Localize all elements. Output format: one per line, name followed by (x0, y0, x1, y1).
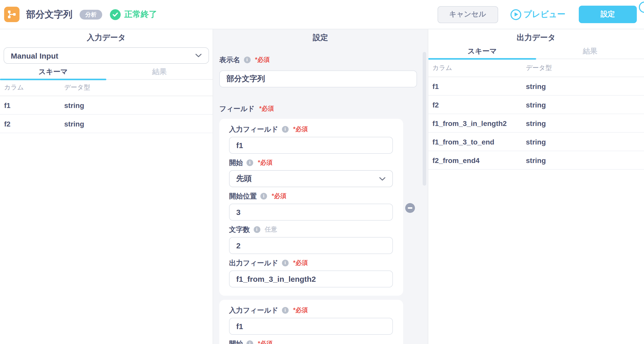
status-text: 正常終了 (124, 9, 157, 20)
cell-column-name: f1 (0, 101, 64, 109)
settings-panel: 設定 表示名 i *必須 フィールド *必須 入力フィールド i (213, 29, 428, 344)
preview-label: プレビュー (524, 9, 565, 20)
input-field-label: 入力フィールド (229, 306, 278, 315)
tab-schema-output[interactable]: スキーマ (428, 45, 536, 59)
input-tabs: スキーマ 結果 (0, 66, 213, 80)
tab-schema-input[interactable]: スキーマ (0, 66, 106, 79)
table-row: f1 string (0, 96, 213, 115)
output-data-panel: 出力データ スキーマ 結果 カラム データ型 f1 string f2 stri… (428, 29, 644, 344)
check-icon (110, 9, 121, 20)
active-tab-indicator (0, 79, 106, 80)
output-panel-title: 出力データ (428, 29, 644, 42)
settings-button[interactable]: 設定 (579, 6, 637, 23)
info-icon[interactable]: i (253, 226, 260, 233)
input-field-label-row: 入力フィールド i *必須 (229, 306, 393, 315)
field-card-1: 入力フィールド i *必須 開始 i *必須 先頭 (219, 119, 403, 296)
cell-column-name: f2 (0, 120, 64, 128)
cancel-button[interactable]: キャンセル (437, 6, 498, 23)
display-name-label: 表示名 (219, 55, 240, 65)
settings-panel-title: 設定 (213, 29, 428, 42)
minus-icon (408, 207, 412, 209)
help-fab-partial[interactable] (639, 2, 644, 13)
tab-result-input[interactable]: 結果 (106, 66, 213, 79)
analysis-badge: 分析 (80, 10, 102, 19)
output-tabs: スキーマ 結果 (428, 45, 644, 59)
required-mark: *必須 (258, 339, 272, 344)
start-select[interactable]: 先頭 (229, 170, 393, 187)
required-mark: *必須 (293, 125, 308, 134)
char-count-input[interactable] (229, 237, 393, 254)
cell-column-type: string (526, 156, 644, 164)
cell-column-name: f1_from_3_in_length2 (428, 119, 526, 127)
active-tab-indicator (428, 58, 536, 60)
start-pos-input[interactable] (229, 204, 393, 221)
info-icon[interactable]: i (282, 126, 289, 133)
remove-field-button[interactable] (405, 203, 415, 213)
display-name-label-row: 表示名 i *必須 (219, 56, 417, 64)
cell-column-type: string (526, 82, 644, 90)
tab-result-output[interactable]: 結果 (536, 45, 644, 59)
cell-column-name: f1 (428, 82, 526, 90)
settings-form: 表示名 i *必須 フィールド *必須 入力フィールド i *必須 (213, 56, 428, 344)
cell-column-type: string (64, 101, 213, 109)
cell-column-type: string (64, 120, 213, 128)
start-label: 開始 (229, 158, 243, 167)
input-field-input[interactable] (229, 318, 393, 335)
field-card-2: 入力フィールド i *必須 開始 i *必須 (219, 300, 403, 344)
main-area: 入力データ Manual Input スキーマ 結果 カラム データ型 f1 s… (0, 29, 644, 344)
top-bar: 部分文字列 分析 正常終了 キャンセル プレビュー 設定 (0, 0, 644, 29)
cell-column-name: f2 (428, 101, 526, 109)
cell-column-name: f1_from_3_to_end (428, 138, 526, 146)
info-icon[interactable]: i (282, 307, 289, 314)
output-field-label: 出力フィールド (229, 258, 278, 268)
start-label-row: 開始 i *必須 (229, 158, 393, 167)
required-mark: *必須 (258, 158, 272, 167)
info-icon[interactable]: i (282, 260, 289, 266)
required-mark: *必須 (272, 192, 286, 201)
chevron-down-icon (379, 177, 386, 181)
output-field-label-row: 出力フィールド i *必須 (229, 259, 393, 267)
start-pos-label: 開始位置 (229, 192, 257, 201)
input-field-input[interactable] (229, 137, 393, 154)
start-select-value: 先頭 (236, 174, 252, 184)
scrollbar-thumb[interactable] (423, 52, 426, 186)
info-icon[interactable]: i (247, 340, 253, 344)
app-root: 部分文字列 分析 正常終了 キャンセル プレビュー 設定 入力データ Manua… (0, 0, 644, 344)
optional-mark: 任意 (265, 225, 277, 234)
input-field-label: 入力フィールド (229, 125, 278, 134)
info-icon[interactable]: i (244, 57, 250, 63)
play-icon (510, 9, 521, 20)
column-header-name: カラム (428, 64, 526, 72)
branch-icon (7, 10, 16, 19)
preview-button[interactable]: プレビュー (510, 9, 565, 20)
required-mark: *必須 (293, 306, 308, 315)
node-type-icon (4, 7, 20, 22)
start-label: 開始 (229, 339, 243, 344)
column-header-name: カラム (0, 83, 64, 92)
fields-label: フィールド (219, 104, 255, 113)
input-source-value: Manual Input (11, 51, 58, 60)
input-table-header: カラム データ型 (0, 80, 213, 96)
output-table-header: カラム データ型 (428, 59, 644, 77)
table-row: f2 string (428, 96, 644, 114)
info-icon[interactable]: i (260, 193, 267, 200)
char-count-label: 文字数 (229, 225, 250, 234)
cell-column-type: string (526, 138, 644, 146)
start-pos-label-row: 開始位置 i *必須 (229, 192, 393, 201)
column-header-type: データ型 (526, 64, 644, 72)
input-field-label-row: 入力フィールド i *必須 (229, 125, 393, 134)
table-row: f1_from_3_to_end string (428, 133, 644, 151)
info-icon[interactable]: i (247, 159, 253, 166)
fields-label-row: フィールド *必須 (219, 104, 417, 113)
output-field-input[interactable] (229, 270, 393, 287)
cell-column-name: f2_from_end4 (428, 156, 526, 164)
table-row: f1 string (428, 77, 644, 96)
display-name-input[interactable] (219, 70, 417, 87)
input-panel-title: 入力データ (0, 29, 213, 42)
chevron-down-icon (195, 53, 202, 58)
input-source-select[interactable]: Manual Input (4, 47, 209, 64)
cell-column-type: string (526, 119, 644, 127)
cell-column-type: string (526, 101, 644, 109)
required-mark: *必須 (259, 104, 274, 113)
required-mark: *必須 (255, 56, 270, 64)
